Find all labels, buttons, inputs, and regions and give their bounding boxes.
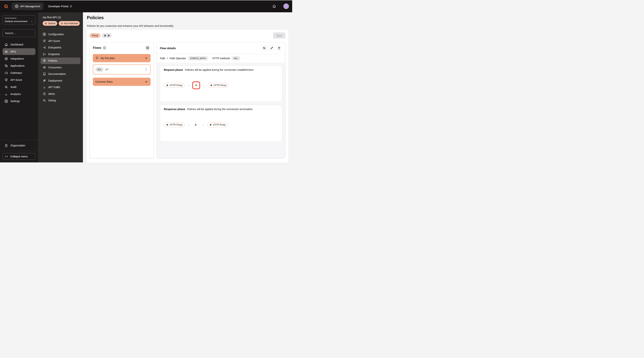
api-menu-sidebar: my first API (1) Started Not Published C… bbox=[38, 12, 83, 162]
connector-label: HTTP Proxy bbox=[213, 123, 226, 126]
request-start-connector[interactable]: HTTP Proxy bbox=[164, 83, 185, 88]
user-avatar[interactable] bbox=[284, 3, 289, 9]
sidebar-item-applications[interactable]: Applications bbox=[2, 62, 36, 69]
add-flow-icon[interactable] bbox=[144, 80, 148, 83]
flow-details-title: Flow details bbox=[160, 46, 176, 50]
api-menu-label: Entrypoints bbox=[48, 46, 61, 49]
kebab-menu-icon[interactable] bbox=[144, 68, 148, 71]
topbar: G API Management Developer Portal bbox=[0, 0, 292, 12]
api-menu-item-entrypoints[interactable]: Entrypoints bbox=[40, 44, 80, 51]
api-menu-item-endpoints[interactable]: Endpoints bbox=[40, 51, 80, 57]
collapse-menu-button[interactable]: Collapse menu bbox=[2, 153, 36, 160]
arrow-out-of-box-icon bbox=[43, 52, 46, 56]
api-menu-item-debug[interactable]: Debug bbox=[40, 97, 80, 104]
sidebar-item-api-score[interactable]: API Score bbox=[2, 76, 36, 83]
sidebar-item-integrations[interactable]: Integrations bbox=[2, 55, 36, 62]
disable-flow-button[interactable] bbox=[261, 45, 267, 51]
svg-text:G: G bbox=[4, 3, 8, 9]
proxy-chip-label: Proxy bbox=[92, 34, 98, 37]
app-switcher-api-management[interactable]: API Management bbox=[12, 3, 43, 10]
sidebar-item-label: Gateways bbox=[10, 71, 22, 74]
alarm-clock-icon bbox=[43, 92, 46, 95]
sidebar-item-settings[interactable]: Settings bbox=[2, 98, 36, 104]
path-label: Path bbox=[160, 57, 165, 60]
play-circle-icon bbox=[44, 22, 47, 25]
arrow-into-box-icon bbox=[43, 46, 46, 49]
proxy-filter-chip[interactable]: Proxy bbox=[90, 33, 100, 38]
sidebar-item-gateways[interactable]: Gateways bbox=[2, 69, 36, 76]
api-menu-item-documentation[interactable]: Documentation bbox=[40, 71, 80, 77]
api-menu-item-api-score[interactable]: API Score bbox=[40, 38, 80, 44]
sidebar-item-label: Organization bbox=[10, 144, 25, 147]
common-flows-group[interactable]: Common flows bbox=[93, 78, 150, 86]
response-phase-description: Policies will be applied during the conn… bbox=[187, 108, 252, 111]
connector-label: HTTP Proxy bbox=[214, 84, 226, 87]
api-menu-label: Consumers bbox=[48, 66, 62, 69]
sidebar-item-analytics[interactable]: Analytics bbox=[2, 91, 36, 97]
notifications-bell-icon[interactable] bbox=[272, 4, 276, 8]
response-start-connector[interactable]: HTTP Proxy bbox=[164, 122, 185, 127]
plus-icon bbox=[194, 123, 198, 127]
api-menu-item-consumers[interactable]: Consumers bbox=[40, 64, 80, 71]
globe-icon bbox=[104, 34, 106, 37]
main-content: Policies Policies let you customize and … bbox=[83, 12, 292, 162]
sidebar-item-apis[interactable]: APIs bbox=[2, 48, 36, 55]
globe-icon bbox=[166, 84, 169, 87]
flows-settings-button[interactable] bbox=[144, 45, 150, 51]
page-description: Policies let you customize and enhance y… bbox=[87, 24, 288, 27]
shield-icon bbox=[96, 56, 99, 60]
http-methods-label: HTTP methods bbox=[212, 57, 230, 60]
sidebar-item-dashboard[interactable]: Dashboard bbox=[2, 41, 36, 48]
path-operator-label: Path Operator bbox=[170, 57, 186, 60]
sidebar-item-label: API Score bbox=[10, 78, 22, 81]
add-flow-icon[interactable] bbox=[144, 56, 148, 60]
response-end-connector[interactable]: HTTP Proxy bbox=[207, 122, 228, 127]
sidebar-item-label: APIs bbox=[10, 50, 16, 53]
app-switcher-label: API Management bbox=[20, 5, 40, 8]
api-menu-item-api-traffic[interactable]: API Traffic bbox=[40, 84, 80, 90]
collapse-arrows-icon bbox=[5, 155, 8, 158]
request-end-connector[interactable]: HTTP Proxy bbox=[208, 83, 229, 88]
cube-icon bbox=[4, 57, 8, 60]
globes-filter-chip[interactable] bbox=[102, 33, 112, 38]
sidebar-item-audit[interactable]: Audit bbox=[2, 84, 36, 90]
flow-path: //** bbox=[105, 68, 109, 71]
api-menu-item-deployment[interactable]: Deployment bbox=[40, 77, 80, 84]
primary-sidebar: Environment Default environment Dashboar… bbox=[0, 12, 38, 162]
api-menu-item-policies[interactable]: Policies bbox=[40, 57, 80, 64]
building-icon bbox=[4, 144, 8, 147]
sidebar-item-organization[interactable]: Organization bbox=[2, 142, 36, 149]
plan-group-my-first-plan[interactable]: My first plan bbox=[93, 54, 150, 62]
path-operator-chip: STARTS_WITH bbox=[188, 56, 208, 60]
stacked-windows-icon bbox=[4, 64, 8, 68]
flow-row-selected[interactable]: ALL //** bbox=[93, 64, 150, 74]
flow-arrow: → bbox=[187, 123, 190, 127]
environment-selector[interactable]: Environment Default environment bbox=[2, 15, 36, 24]
add-policy-button-request-highlighted[interactable] bbox=[192, 81, 200, 89]
connector-label: HTTP Proxy bbox=[170, 84, 182, 87]
primary-nav: Dashboard APIs Integrations Applications… bbox=[2, 41, 36, 104]
gear-icon bbox=[43, 32, 46, 36]
globe-icon bbox=[107, 34, 110, 37]
save-button[interactable]: Save bbox=[273, 32, 285, 38]
api-menu-item-alerts[interactable]: Alerts bbox=[40, 91, 80, 97]
flows-title: Flows bbox=[93, 46, 101, 49]
common-flows-label: Common flows bbox=[96, 80, 113, 83]
developer-portal-link[interactable]: Developer Portal bbox=[48, 5, 72, 8]
policies-card: Proxy Save Flows bbox=[87, 30, 288, 162]
api-menu-item-configuration[interactable]: Configuration bbox=[40, 31, 80, 38]
add-policy-button-response[interactable] bbox=[192, 121, 200, 128]
gravitee-logo[interactable]: G bbox=[3, 3, 9, 9]
info-icon[interactable] bbox=[103, 46, 106, 49]
plan-group-label: My first plan bbox=[100, 57, 114, 60]
sidebar-search[interactable] bbox=[2, 29, 36, 37]
edit-flow-button[interactable] bbox=[269, 45, 275, 51]
rocket-icon bbox=[43, 79, 46, 82]
delete-flow-button[interactable] bbox=[276, 45, 282, 51]
response-phase-card: Response phase Policies will be applied … bbox=[160, 105, 282, 142]
search-input[interactable] bbox=[5, 32, 39, 35]
api-menu-label: Deployment bbox=[48, 79, 62, 82]
cloud-icon bbox=[4, 71, 8, 75]
flow-details-panel: Flow details bbox=[157, 42, 285, 158]
divider bbox=[40, 29, 80, 29]
